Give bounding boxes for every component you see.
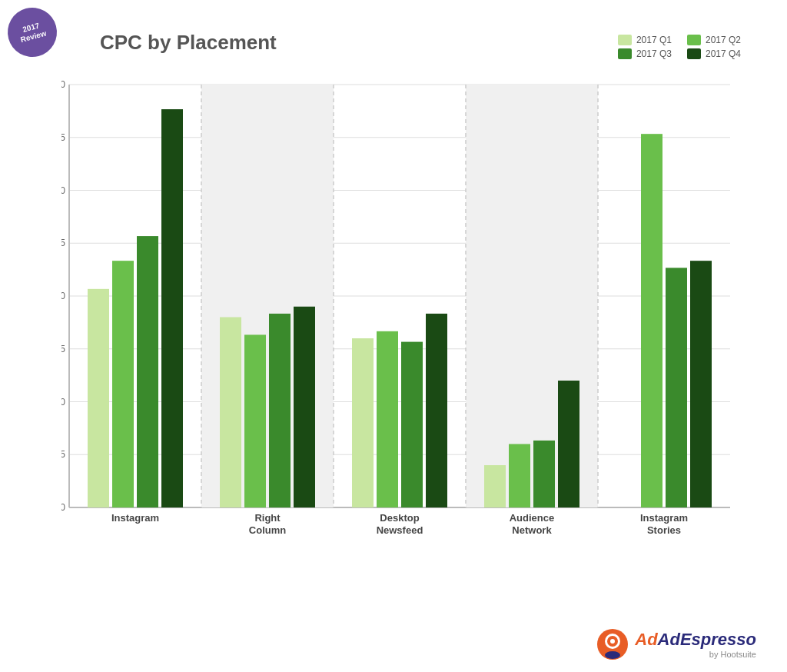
branding: AdAdEspresso by Hootsuite	[596, 628, 756, 660]
legend-item: 2017 Q3	[618, 48, 672, 59]
bar-Instagram-Stories-Q3	[666, 268, 687, 507]
brand-logo-icon	[596, 628, 629, 660]
bar-Instagram-Q1	[88, 289, 109, 507]
svg-text:US$0.60: US$0.60	[61, 291, 65, 301]
bar-Desktop-Newsfeed-Q1	[352, 338, 374, 507]
svg-text:US$0.30: US$0.30	[61, 397, 65, 408]
svg-text:US$0.00: US$0.00	[61, 502, 65, 513]
x-label-2: Newsfeed	[377, 524, 423, 536]
x-label-0: Instagram	[111, 512, 159, 524]
bar-Desktop-Newsfeed-Q3	[401, 342, 423, 507]
legend-item: 2017 Q4	[687, 48, 741, 59]
bar-Right-Column-Q3	[269, 314, 291, 507]
x-label-1: Right	[254, 512, 281, 524]
bar-Instagram-Q2	[112, 261, 134, 507]
legend-item: 2017 Q1	[618, 35, 672, 45]
bar-Instagram-Q3	[137, 236, 158, 507]
x-label-3: Audience	[510, 512, 555, 524]
bar-Instagram-Stories-Q2	[641, 134, 662, 507]
svg-text:US$1.05: US$1.05	[61, 132, 65, 143]
year-badge: 2017 Review	[2, 2, 62, 62]
bar-Right-Column-Q1	[220, 318, 241, 508]
chart-container: 2017 Review CPC by Placement 2017 Q12017…	[0, 0, 787, 672]
svg-text:US$0.75: US$0.75	[61, 238, 65, 248]
bar-Desktop-Newsfeed-Q4	[426, 314, 447, 507]
x-label-4: Stories	[647, 524, 681, 536]
bar-Audience-Network-Q3	[533, 441, 555, 507]
x-label-4: Instagram	[640, 512, 688, 524]
x-label-1: Column	[249, 524, 286, 536]
bar-chart: US$0.00US$0.15US$0.30US$0.45US$0.60US$0.…	[61, 77, 738, 554]
svg-point-30	[610, 639, 615, 644]
bar-Audience-Network-Q1	[484, 465, 506, 507]
bar-Audience-Network-Q4	[558, 381, 579, 507]
svg-text:US$1.20: US$1.20	[61, 79, 65, 90]
x-label-2: Desktop	[380, 512, 419, 524]
svg-text:US$0.45: US$0.45	[61, 344, 65, 354]
legend-item: 2017 Q2	[687, 35, 741, 45]
bar-Instagram-Stories-Q4	[690, 261, 712, 507]
bar-Instagram-Q4	[161, 109, 183, 507]
badge-text: 2017 Review	[17, 20, 48, 45]
bar-Right-Column-Q4	[294, 307, 315, 507]
svg-point-29	[605, 651, 620, 659]
svg-text:US$0.90: US$0.90	[61, 185, 65, 196]
legend: 2017 Q12017 Q22017 Q32017 Q4	[618, 35, 741, 59]
x-label-3: Network	[512, 524, 552, 536]
brand-name: AdAdEspresso	[635, 630, 756, 650]
svg-text:US$0.15: US$0.15	[61, 449, 65, 460]
bar-Right-Column-Q2	[244, 334, 266, 507]
brand-sub: by Hootsuite	[635, 650, 756, 659]
bar-Desktop-Newsfeed-Q2	[377, 331, 398, 507]
bar-Audience-Network-Q2	[509, 444, 530, 508]
